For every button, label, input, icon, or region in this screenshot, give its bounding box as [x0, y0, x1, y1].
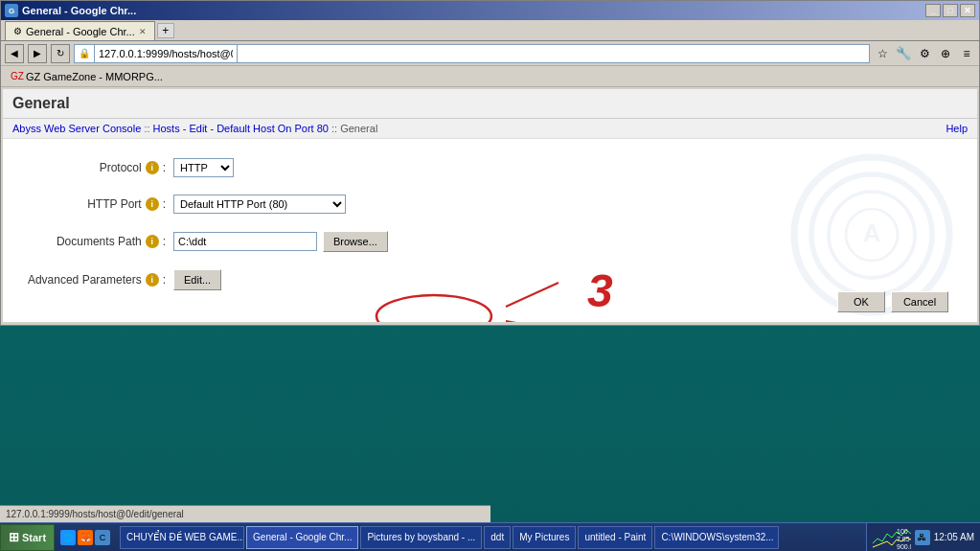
breadcrumb-link-1[interactable]: Abyss Web Server Console: [12, 123, 141, 134]
close-button[interactable]: ✕: [960, 4, 975, 17]
breadcrumb: Abyss Web Server Console :: Hosts - Edit…: [12, 123, 377, 134]
status-url: 127.0.0.1:9999/hosts/host@0/edit/general: [6, 509, 184, 519]
svg-text:7.85: 7.85: [897, 536, 910, 542]
http-port-label: HTTP Port i :: [12, 197, 166, 211]
advanced-params-row: Advanced Parameters i : Edit...: [12, 269, 968, 290]
taskbar-item-6[interactable]: C:\WINDOWS\system32...: [654, 526, 779, 549]
bookmarks-bar: GZ GZ GameZone - MMORPG...: [1, 66, 979, 87]
form-area: A Protocol i : HTTP HTTPS: [3, 139, 977, 322]
documents-path-input[interactable]: [173, 232, 317, 251]
taskbar-items: CHUYỂN ĐỀ WEB GAME... General - Google C…: [116, 526, 864, 549]
taskbar-item-5[interactable]: untitled - Paint: [578, 526, 652, 549]
lock-icon: 🔒: [79, 48, 90, 58]
tab-label: General - Google Chr...: [26, 26, 135, 37]
maximize-button[interactable]: □: [943, 4, 958, 17]
protocol-select[interactable]: HTTP HTTPS: [173, 158, 234, 177]
quick-launch: 🌐 🦊 C: [57, 530, 114, 545]
clock-time: 12:05 AM: [934, 532, 974, 542]
start-button[interactable]: ⊞ Start: [0, 524, 55, 551]
taskbar-item-4[interactable]: My Pictures: [513, 526, 576, 549]
browser-tab[interactable]: ⚙ General - Google Chr... ✕: [5, 21, 155, 40]
tab-bar: ⚙ General - Google Chr... ✕ +: [1, 20, 979, 41]
status-bar: 127.0.0.1:9999/hosts/host@0/edit/general: [0, 505, 490, 522]
quick-ff-icon[interactable]: 🦊: [78, 530, 93, 545]
taskbar-item-label-1: General - Google Chr...: [253, 532, 352, 542]
page-title: General: [12, 95, 968, 112]
page-header: General: [3, 89, 977, 119]
quick-ie-icon[interactable]: 🌐: [60, 530, 76, 545]
taskbar-item-label-4: My Pictures: [519, 532, 569, 542]
protocol-row: Protocol i : HTTP HTTPS: [12, 158, 968, 177]
action-buttons: OK Cancel: [837, 291, 948, 312]
http-port-select[interactable]: Default HTTP Port (80) Custom: [173, 195, 346, 214]
bookmark-gz[interactable]: GZ GZ GameZone - MMORPG...: [5, 69, 169, 84]
window-controls: _ □ ✕: [925, 4, 975, 17]
breadcrumb-bar: Abyss Web Server Console :: Hosts - Edit…: [3, 119, 977, 139]
tray-chart: 100 7.85 900.0: [873, 524, 911, 551]
address-bar[interactable]: 🔒: [74, 44, 870, 63]
forward-button[interactable]: ▶: [28, 44, 47, 63]
taskbar-item-0[interactable]: CHUYỂN ĐỀ WEB GAME...: [120, 526, 244, 549]
http-port-control: Default HTTP Port (80) Custom: [173, 195, 346, 214]
bookmark-icon: GZ: [11, 71, 24, 81]
browser-window: G General - Google Chr... _ □ ✕ ⚙ Genera…: [0, 0, 980, 326]
tab-icon: ⚙: [13, 26, 22, 36]
advanced-params-control: Edit...: [173, 269, 221, 290]
tray-network-icon[interactable]: 🖧: [915, 530, 930, 545]
ok-button[interactable]: OK: [837, 291, 885, 312]
settings-icon[interactable]: ⚙: [916, 45, 933, 62]
documents-path-info-icon[interactable]: i: [146, 235, 159, 248]
edit-button[interactable]: Edit...: [173, 269, 221, 290]
advanced-params-label: Advanced Parameters i :: [12, 273, 166, 287]
taskbar-item-label-0: CHUYỂN ĐỀ WEB GAME...: [126, 532, 244, 542]
window-title: General - Google Chr...: [22, 5, 136, 16]
svg-line-7: [506, 321, 558, 322]
advanced-params-info-icon[interactable]: i: [146, 273, 159, 287]
tab-close-icon[interactable]: ✕: [139, 27, 147, 36]
browser-icon: G: [5, 4, 18, 17]
svg-point-5: [376, 295, 491, 322]
taskbar-item-label-2: Pictures by boysband - ...: [367, 532, 475, 542]
breadcrumb-current: General: [340, 123, 377, 134]
taskbar-item-label-5: untitled - Paint: [584, 532, 646, 542]
http-port-info-icon[interactable]: i: [146, 197, 159, 211]
breadcrumb-sep-2: ::: [331, 123, 340, 134]
title-bar: G General - Google Chr... _ □ ✕: [1, 1, 979, 20]
reload-button[interactable]: ↻: [51, 44, 70, 63]
star-icon[interactable]: ☆: [874, 45, 891, 62]
advanced-params-label-text: Advanced Parameters: [28, 273, 142, 287]
http-port-label-text: HTTP Port: [87, 197, 141, 211]
taskbar-item-2[interactable]: Pictures by boysband - ...: [360, 526, 482, 549]
system-tray: 100 7.85 900.0 🖧 12:05 AM: [866, 523, 980, 551]
quick-chrome-icon[interactable]: C: [95, 530, 110, 545]
taskbar: ⊞ Start 🌐 🦊 C CHUYỂN ĐỀ WEB GAME... Gene…: [0, 522, 980, 551]
protocol-control: HTTP HTTPS: [173, 158, 234, 177]
new-tab-button[interactable]: +: [157, 23, 174, 38]
tray-clock: 12:05 AM: [934, 532, 974, 542]
protocol-label: Protocol i :: [12, 161, 166, 174]
wrench-icon[interactable]: 🔧: [895, 45, 912, 62]
protocol-info-icon[interactable]: i: [146, 161, 159, 174]
start-windows-icon: ⊞: [9, 530, 19, 544]
protocol-label-text: Protocol: [100, 161, 142, 174]
cancel-button[interactable]: Cancel: [891, 291, 948, 312]
taskbar-item-3[interactable]: ddt: [484, 526, 511, 549]
extra-icon[interactable]: ⊕: [937, 45, 954, 62]
taskbar-item-label-6: C:\WINDOWS\system32...: [661, 532, 773, 542]
page-area: General Abyss Web Server Console :: Host…: [3, 89, 977, 322]
address-input[interactable]: [94, 44, 238, 63]
back-button[interactable]: ◀: [5, 44, 24, 63]
browse-button[interactable]: Browse...: [323, 231, 388, 252]
nav-bar: ◀ ▶ ↻ 🔒 ☆ 🔧 ⚙ ⊕ ≡: [1, 41, 979, 66]
minimize-button[interactable]: _: [925, 4, 941, 17]
taskbar-item-1[interactable]: General - Google Chr...: [246, 526, 358, 549]
desktop: G General - Google Chr... _ □ ✕ ⚙ Genera…: [0, 0, 980, 551]
bookmark-label: GZ GameZone - MMORPG...: [26, 71, 163, 82]
documents-path-label-text: Documents Path: [57, 235, 142, 248]
breadcrumb-link-2[interactable]: Hosts - Edit - Default Host On Port 80: [153, 123, 329, 134]
http-port-row: HTTP Port i : Default HTTP Port (80) Cus…: [12, 195, 968, 214]
help-link[interactable]: Help: [946, 123, 968, 134]
page-icon[interactable]: ≡: [958, 45, 975, 62]
documents-path-label: Documents Path i :: [12, 235, 166, 248]
svg-text:900.0: 900.0: [897, 543, 911, 550]
